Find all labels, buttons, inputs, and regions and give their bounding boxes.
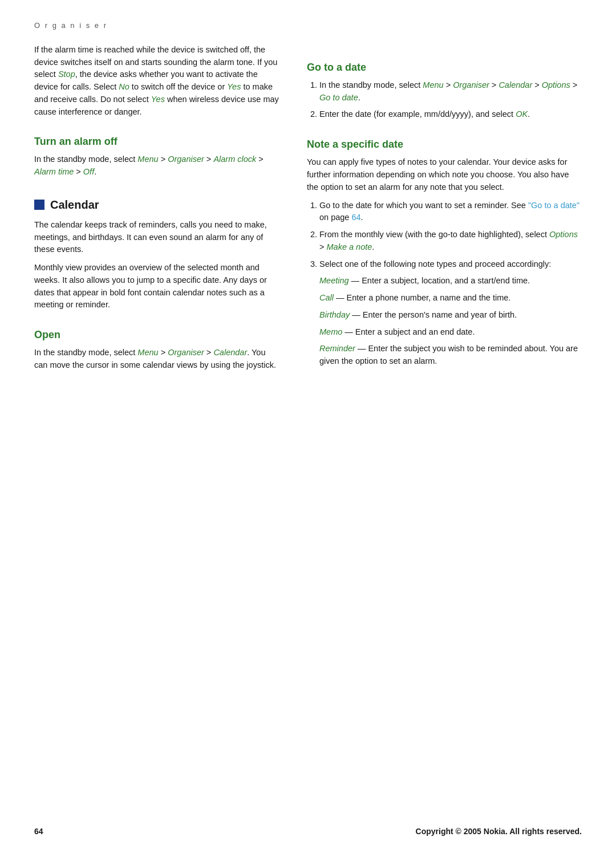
go-date-item1-menu: Menu xyxy=(423,80,443,90)
birthday-label: Birthday xyxy=(319,310,350,319)
note-specific-heading: Note a specific date xyxy=(307,137,582,152)
note-item1-text2: on page xyxy=(319,213,351,222)
note-item1-link: "Go to a date" xyxy=(528,201,579,210)
open-text3: > xyxy=(204,348,214,357)
go-date-item2: Enter the date (for example, mm/dd/yyyy)… xyxy=(319,108,582,121)
page: O r g a n i s e r If the alarm time is r… xyxy=(0,0,616,853)
memo-text: — Enter a subject and an end date. xyxy=(342,327,475,336)
turn-alarm-text1: In the standby mode, select xyxy=(34,155,137,164)
open-heading: Open xyxy=(34,327,279,342)
call-paragraph: Call — Enter a phone number, a name and … xyxy=(319,292,582,304)
reminder-text: — Enter the subject you wish to be remin… xyxy=(319,344,578,365)
note-item2: From the monthly view (with the go-to da… xyxy=(319,229,582,254)
note-specific-text1: You can apply five types of notes to you… xyxy=(307,156,582,193)
turn-alarm-end: . xyxy=(94,167,96,176)
reminder-label: Reminder xyxy=(319,344,355,353)
note-type-birthday-block: Birthday — Enter the person's name and y… xyxy=(319,309,582,322)
open-paragraph: In the standby mode, select Menu > Organ… xyxy=(34,347,279,372)
go-date-item1: In the standby mode, select Menu > Organ… xyxy=(319,79,582,104)
turn-alarm-off: Off xyxy=(83,167,94,176)
calendar-paragraph2: Monthly view provides an overview of the… xyxy=(34,262,279,311)
note-type-call-block: Call — Enter a phone number, a name and … xyxy=(319,292,582,304)
birthday-paragraph: Birthday — Enter the person's name and y… xyxy=(319,309,582,322)
go-date-item1-text2: > xyxy=(444,80,453,90)
calendar-heading-label: Calendar xyxy=(50,197,99,213)
go-date-item1-text1: In the standby mode, select xyxy=(319,80,423,90)
yes-italic2: Yes xyxy=(151,95,165,104)
go-date-heading: Go to a date xyxy=(307,60,582,75)
meeting-text: — Enter a subject, location, and a start… xyxy=(349,276,530,285)
birthday-text: — Enter the person's name and year of bi… xyxy=(350,310,517,319)
note-item1: Go to the date for which you want to set… xyxy=(319,200,582,225)
open-text2: > xyxy=(159,348,168,357)
yes-italic: Yes xyxy=(227,82,241,91)
turn-alarm-heading: Turn an alarm off xyxy=(34,134,279,149)
note-type-meeting-block: Meeting — Enter a subject, location, and… xyxy=(319,275,582,287)
header-label: O r g a n i s e r xyxy=(34,21,582,31)
note-item3-text: Select one of the following note types a… xyxy=(319,259,551,269)
turn-alarm-clock: Alarm clock xyxy=(213,155,256,164)
turn-alarm-text2: > xyxy=(159,155,168,164)
note-type-reminder-block: Reminder — Enter the subject you wish to… xyxy=(319,343,582,368)
call-label: Call xyxy=(319,293,334,302)
reminder-paragraph: Reminder — Enter the subject you wish to… xyxy=(319,343,582,368)
open-menu: Menu xyxy=(137,348,158,357)
turn-alarm-time: Alarm time xyxy=(34,167,74,176)
turn-alarm-menu: Menu xyxy=(137,155,158,164)
go-date-item2-text1: Enter the date (for example, mm/dd/yyyy)… xyxy=(319,109,516,119)
open-text1: In the standby mode, select xyxy=(34,348,137,357)
note-item2-make: Make a note xyxy=(327,242,372,251)
go-date-item1-organiser: Organiser xyxy=(453,80,489,90)
page-number: 64 xyxy=(34,826,43,837)
intro-text3: to switch off the device or xyxy=(129,82,227,91)
go-date-item1-text5: > xyxy=(570,80,578,90)
turn-alarm-text4: > xyxy=(256,155,264,164)
note-item1-text1: Go to the date for which you want to set… xyxy=(319,201,528,210)
calendar-icon-square xyxy=(34,200,44,210)
go-date-item1-text3: > xyxy=(489,80,499,90)
open-calendar: Calendar xyxy=(213,348,247,357)
two-column-layout: If the alarm time is reached while the d… xyxy=(34,44,582,377)
copyright-text: Copyright © 2005 Nokia. All rights reser… xyxy=(416,826,582,837)
memo-paragraph: Memo — Enter a subject and an end date. xyxy=(319,326,582,339)
calendar-heading: Calendar xyxy=(34,197,279,213)
right-column: Go to a date In the standby mode, select… xyxy=(307,44,582,373)
note-item3: Select one of the following note types a… xyxy=(319,258,582,368)
turn-alarm-paragraph: In the standby mode, select Menu > Organ… xyxy=(34,153,279,178)
no-italic: No xyxy=(119,82,129,91)
footer: 64 Copyright © 2005 Nokia. All rights re… xyxy=(34,826,582,837)
note-item1-end: . xyxy=(361,213,363,222)
call-text: — Enter a phone number, a name and the t… xyxy=(334,293,510,302)
note-type-memo-block: Memo — Enter a subject and an end date. xyxy=(319,326,582,339)
meeting-label: Meeting xyxy=(319,276,349,285)
go-date-item1-text4: > xyxy=(532,80,542,90)
go-date-item1-calendar: Calendar xyxy=(499,80,532,90)
note-item1-page: 64 xyxy=(351,213,360,222)
go-date-item2-end: . xyxy=(528,109,530,119)
go-date-item1-godate: Go to date xyxy=(319,93,358,102)
memo-label: Memo xyxy=(319,327,342,336)
turn-alarm-text5: > xyxy=(74,167,83,176)
note-item2-text1: From the monthly view (with the go-to da… xyxy=(319,230,549,239)
note-specific-list: Go to the date for which you want to set… xyxy=(319,200,582,368)
turn-alarm-organiser: Organiser xyxy=(168,155,204,164)
go-date-item1-options: Options xyxy=(542,80,570,90)
open-organiser: Organiser xyxy=(168,348,204,357)
stop-italic: Stop xyxy=(58,70,75,79)
go-date-list: In the standby mode, select Menu > Organ… xyxy=(319,79,582,121)
go-date-item2-ok: OK xyxy=(516,109,528,119)
note-item2-text2: > xyxy=(319,242,327,251)
note-item2-options: Options xyxy=(549,230,578,239)
meeting-paragraph: Meeting — Enter a subject, location, and… xyxy=(319,275,582,287)
turn-alarm-text3: > xyxy=(204,155,214,164)
calendar-paragraph1: The calendar keeps track of reminders, c… xyxy=(34,219,279,256)
note-item2-end: . xyxy=(372,242,374,251)
go-date-item1-end: . xyxy=(358,93,360,102)
left-column: If the alarm time is reached while the d… xyxy=(34,44,279,377)
intro-paragraph: If the alarm time is reached while the d… xyxy=(34,44,279,119)
